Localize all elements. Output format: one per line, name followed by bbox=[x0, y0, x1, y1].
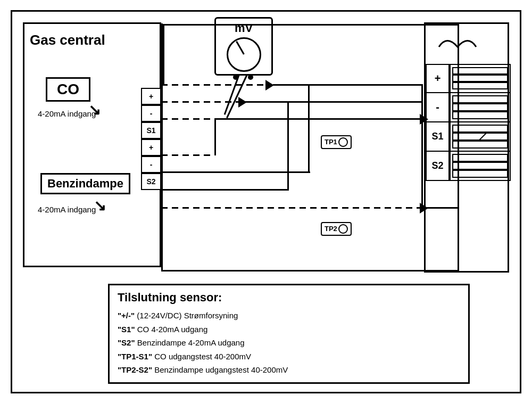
co-label-box: CO bbox=[46, 77, 90, 102]
right-terminal-s1: S1 bbox=[426, 122, 450, 152]
benzin-minus-vertical bbox=[287, 101, 289, 189]
top-rail-wire bbox=[161, 24, 459, 26]
info-title: Tilslutning sensor: bbox=[118, 291, 460, 305]
right-terminal-s2: S2 bbox=[426, 152, 450, 181]
terminal-minus2: - bbox=[141, 156, 161, 173]
mv-needle bbox=[236, 41, 245, 55]
diagram-container: Gas central CO ↘ 4-20mA indgang Benzinda… bbox=[11, 10, 521, 393]
bottom-right-vertical bbox=[458, 193, 459, 272]
mv-meter: mV bbox=[214, 17, 273, 76]
right-s1-label: S1 bbox=[431, 131, 443, 142]
info-line-1: "+/-" (12-24V/DC) Strømforsyning bbox=[118, 309, 460, 323]
terminal-strip-left: + - S1 + - S2 bbox=[141, 88, 161, 190]
benzin-indgang: 4-20mA indgang bbox=[38, 205, 96, 214]
info-box: Tilslutning sensor: "+/-" (12-24V/DC) St… bbox=[108, 284, 470, 384]
info-line-3: "S2" Benzindampe 4-20mA udgang bbox=[118, 336, 460, 350]
co-label: CO bbox=[57, 81, 79, 97]
plus-up-wire bbox=[163, 24, 164, 85]
right-s2-label: S2 bbox=[431, 160, 443, 171]
right-terminals: + - S1 S2 bbox=[426, 64, 450, 181]
terminal-plus2: + bbox=[141, 139, 161, 156]
right-terminal-plus: + bbox=[426, 64, 450, 93]
plus-wire bbox=[161, 84, 268, 86]
benzin-plus-vertical bbox=[308, 84, 310, 171]
bottom-rail-wire bbox=[161, 270, 459, 272]
minus-wire-right bbox=[241, 101, 422, 103]
tp1-label: TP1 bbox=[321, 135, 352, 149]
info-line-5: "TP2-S2" Benzindampe udgangstest 40-200m… bbox=[118, 363, 460, 377]
gas-central-title: Gas central bbox=[24, 24, 160, 54]
right-rail-down bbox=[458, 24, 459, 194]
terminal-plus1: + bbox=[141, 88, 161, 105]
minus-arrow bbox=[238, 97, 247, 108]
right-device-box: + - S1 S2 bbox=[424, 22, 509, 273]
s1-step-horiz bbox=[161, 154, 214, 156]
mv-label: mV bbox=[235, 21, 253, 35]
s1-wire bbox=[161, 118, 214, 120]
terminal-minus1: - bbox=[141, 105, 161, 122]
mv-gauge bbox=[227, 37, 261, 72]
plus-wire-right bbox=[273, 84, 422, 86]
info-line-4: "TP1-S1" CO udgangstest 40-200mV bbox=[118, 350, 460, 364]
benzin-label-box: Benzindampe bbox=[40, 173, 130, 194]
benzin-minus-wire bbox=[161, 189, 289, 191]
terminal-s1: S1 bbox=[141, 122, 161, 139]
s2-wire-end bbox=[421, 207, 458, 209]
gas-central-box: Gas central CO ↘ 4-20mA indgang Benzinda… bbox=[23, 22, 161, 267]
right-plus-label: + bbox=[435, 72, 441, 85]
s2-wire bbox=[161, 207, 422, 209]
terminal-s2: S2 bbox=[141, 173, 161, 190]
info-line-2: "S1" CO 4-20mA udgang bbox=[118, 323, 460, 336]
right-minus-label: - bbox=[436, 101, 439, 113]
right-terminal-minus: - bbox=[426, 93, 450, 122]
tp2-label: TP2 bbox=[321, 222, 352, 236]
co-indgang: 4-20mA indgang bbox=[38, 109, 96, 118]
left-vertical-wire bbox=[161, 23, 163, 272]
s1-wire-right bbox=[214, 118, 422, 120]
probe-dot-2 bbox=[248, 75, 253, 80]
benzin-label: Benzindampe bbox=[47, 177, 123, 190]
right-vertical-main bbox=[421, 84, 423, 207]
s1-step-vertical bbox=[214, 118, 216, 155]
